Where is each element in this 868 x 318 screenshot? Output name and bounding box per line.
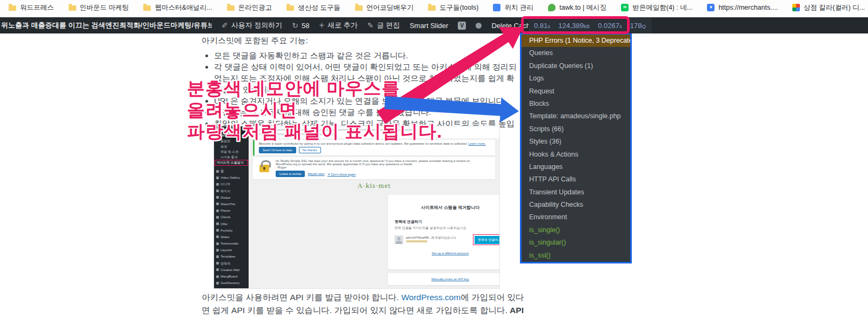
- embedded-sidebar-subitem[interactable]: 설정: [214, 144, 249, 149]
- smart-slider-menu[interactable]: Smart Slider: [410, 22, 449, 30]
- qm-menu-item[interactable]: Languages: [522, 161, 630, 173]
- connect-jetpack-button[interactable]: 젯팩에 연결하기: [475, 236, 500, 244]
- qm-menu-item[interactable]: Environment: [522, 211, 630, 224]
- updates-button[interactable]: ↻ 58: [292, 22, 309, 30]
- embedded-sidebar-item[interactable]: Templates: [214, 253, 249, 260]
- lock-icon: [257, 159, 271, 172]
- qm-menu-item[interactable]: is_single(): [522, 224, 630, 236]
- bookmark-item[interactable]: 언어코딩배우기: [355, 3, 414, 12]
- edit-post-button[interactable]: ✎ 글 편집: [368, 21, 400, 30]
- embedded-sidebar-item[interactable]: Offer: [214, 221, 249, 227]
- site-title[interactable]: 위노출과 매출증대를 이끄는 검색엔진최적화/인바운드마케팅/유튜브 전자...: [0, 21, 212, 30]
- dont-show-again-link[interactable]: ✕ Don't show again: [328, 172, 356, 176]
- qm-menu-item[interactable]: HTTP API Calls: [522, 173, 630, 186]
- qm-menu-item[interactable]: Template: amadeus/single.php: [522, 110, 630, 123]
- embedded-sidebar-item[interactable]: 페이지: [214, 188, 249, 194]
- status-dot-icon: [476, 23, 482, 29]
- bookmark-item[interactable]: 인바운드 마케팅: [69, 3, 129, 12]
- embedded-sidebar-item[interactable]: ShareThis: [214, 201, 249, 207]
- qm-menu-item[interactable]: Blocks: [522, 98, 630, 110]
- folder-favicon-icon: [69, 5, 76, 11]
- embedded-sidebar-item[interactable]: Clients: [214, 214, 249, 220]
- wordpress-com-link[interactable]: WordPress.com: [401, 293, 460, 302]
- qm-menu-item[interactable]: is_ssl(): [522, 249, 630, 262]
- plus-icon: +: [319, 21, 324, 30]
- learn-more-link[interactable]: Learn more.: [468, 142, 485, 145]
- bookmark-item[interactable]: ✉받은메일함(4) : 네...: [621, 3, 692, 12]
- smart-slider-logo-icon[interactable]: V: [458, 22, 466, 30]
- folder-favicon-icon: [286, 5, 294, 11]
- no-thanks-button[interactable]: No thanks: [299, 147, 321, 153]
- qm-menu-item[interactable]: Capability Checks: [522, 199, 630, 211]
- folder-favicon-icon: [355, 5, 363, 11]
- embedded-sidebar-item[interactable]: 연락처: [214, 260, 249, 267]
- bookmark-label: tawk.to | 메시징: [559, 3, 606, 12]
- new-content-button[interactable]: + 새로 추가: [319, 21, 358, 30]
- embedded-sidebar-subitem[interactable]: 백업 및 스캔: [214, 149, 249, 154]
- bookmark-label: 온라인광고: [238, 3, 272, 12]
- customize-button[interactable]: ✐ 사용자 정의하기: [222, 21, 282, 30]
- feature-bullet: 모든 댓글을 자동확인하고 스팸과 같은 것은 거릅니다.: [214, 50, 522, 61]
- embedded-sidebar-item[interactable]: Creative Mail: [214, 267, 249, 273]
- love-to-help-button[interactable]: Sure! I'd love to help: [259, 147, 296, 153]
- api-key-strip: Manually enter an API key: [388, 273, 500, 285]
- embedded-sidebar-item[interactable]: 미디어: [214, 181, 249, 187]
- bookmark-label: 인바운드 마케팅: [80, 3, 129, 12]
- query-monitor-panel: PHP Errors (1 Notice, 3 Deprecated)Queri…: [520, 33, 632, 263]
- card-heading: 사이트에서 스팸을 제거합니다: [388, 205, 500, 211]
- embedded-sidebar-subitem[interactable]: 사이트 통계: [214, 154, 249, 160]
- qm-menu-item[interactable]: Duplicate Queries (1): [522, 60, 630, 72]
- qm-menu-item[interactable]: Request: [522, 85, 630, 98]
- qm-menu-item[interactable]: Hooks & Actions: [522, 148, 630, 161]
- bookmark-item[interactable]: 도구들(tools): [428, 3, 478, 12]
- qm-menu-item[interactable]: Queries: [522, 47, 630, 59]
- bookmark-item[interactable]: 상점 칼라(컬러) 디...: [792, 3, 865, 12]
- tag-favicon-icon: ▼: [707, 4, 715, 11]
- bookmark-label: 위치 관리: [504, 3, 533, 12]
- manual-api-key-link[interactable]: Manually enter an API key: [431, 278, 469, 281]
- embedded-sidebar-item[interactable]: Layouts: [214, 247, 249, 253]
- qm-menu-item[interactable]: Logs: [522, 72, 630, 85]
- qm-menu-item[interactable]: Transient Updates: [522, 186, 630, 199]
- query-monitor-stats[interactable]: 0.81s124,389kB0.0267s178Q: [529, 17, 651, 33]
- delete-cache-button[interactable]: Delete Cache: [491, 22, 534, 30]
- embedded-sidebar-item[interactable]: Places: [214, 207, 249, 214]
- bookmark-item[interactable]: ▼https://merchants....: [707, 4, 778, 11]
- leave-review-button[interactable]: Leave a review: [276, 171, 305, 177]
- qm-menu-item[interactable]: PHP Errors (1 Notice, 3 Deprecated): [522, 35, 630, 47]
- embedded-sidebar-item[interactable]: Slides: [214, 234, 249, 240]
- bookmark-item[interactable]: 워드프레스: [9, 3, 54, 12]
- embedded-sidebar-item[interactable]: GeoDirectory: [214, 280, 249, 286]
- embedded-sidebar-subitem[interactable]: 아키스밋 스팸방지: [215, 160, 248, 166]
- embedded-screenshot: Betferner Jetpack 알림판설정백업 및 스캔사이트 통계아키스밋…: [213, 126, 500, 289]
- bookmark-label: 상점 칼라(컬러) 디...: [804, 3, 865, 12]
- maybe-later-link[interactable]: Maybe later: [308, 172, 324, 175]
- embedded-sidebar-item[interactable]: 엘리멘터: [214, 286, 249, 289]
- bookmark-label: 받은메일함(4) : 네...: [632, 3, 692, 12]
- bookmark-label: 워드프레스: [20, 3, 54, 12]
- embedded-sidebar-item[interactable]: Video Gallery: [214, 174, 249, 181]
- bookmark-label: 언어코딩배우기: [366, 3, 414, 12]
- different-account-link[interactable]: Set up a different account: [388, 252, 500, 255]
- bookmark-item[interactable]: 위치 관리: [493, 3, 533, 12]
- embedded-sidebar-item[interactable]: Testimonials: [214, 240, 249, 247]
- bookmark-label: 웹마스터&애널리...: [155, 3, 212, 12]
- embedded-sidebar-item[interactable]: MangBoard: [214, 273, 249, 280]
- qm-stat-value: 0.0267s: [598, 22, 622, 30]
- embedded-sidebar-item[interactable]: 글: [214, 168, 249, 174]
- qm-menu-item[interactable]: Styles (36): [522, 136, 630, 148]
- mail-favicon-icon: ✉: [621, 4, 629, 11]
- qm-stat-value: 0.81s: [534, 22, 550, 30]
- bookmark-item[interactable]: 온라인광고: [227, 3, 272, 12]
- bookmark-item[interactable]: 생산성 도구들: [286, 3, 340, 12]
- brush-icon: ✐: [222, 22, 228, 29]
- qm-stat-value: 178Q: [630, 22, 646, 30]
- qm-menu-item[interactable]: is_singular(): [522, 236, 630, 249]
- qm-menu-item[interactable]: Scripts (66): [522, 123, 630, 136]
- bookmark-item[interactable]: tawk.to | 메시징: [548, 3, 606, 12]
- embedded-sidebar-item[interactable]: Portfolio: [214, 227, 249, 234]
- bookmark-item[interactable]: 웹마스터&애널리...: [143, 3, 212, 12]
- ssl-review-notice: Hi, Really Simple SSL has kept your site…: [253, 157, 495, 179]
- embedded-sidebar-item[interactable]: Disqus: [214, 194, 249, 201]
- account-text: admin6745ea486...에 연결되었습니다.: [406, 236, 470, 243]
